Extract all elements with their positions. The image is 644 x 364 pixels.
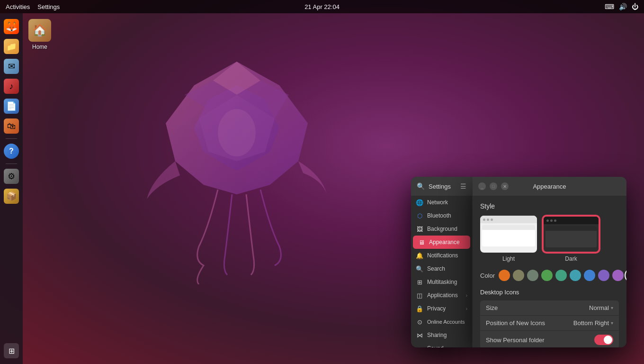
sidebar-item-sound-label: Sound: [427, 345, 444, 347]
privacy-icon: 🔒: [416, 305, 423, 312]
sound-icon: ♪: [416, 345, 423, 347]
sidebar-item-privacy[interactable]: 🔒 Privacy ›: [411, 302, 472, 315]
sidebar-search-icon[interactable]: 🔍: [417, 182, 425, 190]
settings-sidebar-header: 🔍 Settings ☰: [411, 177, 472, 196]
appearance-content: Style Light: [473, 196, 626, 347]
color-swatch-orange[interactable]: [499, 270, 510, 281]
applications-icon: ◫: [416, 291, 423, 299]
sidebar-item-notifications[interactable]: 🔔 Notifications: [411, 249, 472, 262]
appearance-icon: 🖥: [418, 238, 425, 246]
dock-bottom: ⊞: [3, 342, 20, 359]
sidebar-item-sharing-label: Sharing: [427, 332, 447, 338]
sidebar-item-applications-label: Applications: [427, 292, 458, 299]
dock-item-files[interactable]: 📁: [3, 38, 20, 55]
style-options-container: Light Dark: [480, 216, 619, 262]
personal-folder-toggle[interactable]: [594, 335, 613, 345]
sidebar-item-network-label: Network: [427, 199, 448, 206]
sidebar-item-applications[interactable]: ◫ Applications ›: [411, 289, 472, 302]
dock-item-firefox[interactable]: 🦊: [3, 18, 20, 35]
topbar-right: ⌨ 🔊 ⏻: [605, 3, 638, 10]
color-swatch-cyan[interactable]: [570, 270, 581, 281]
size-setting-row: Size Normal ▾: [480, 300, 619, 315]
jellyfish-decoration: [133, 47, 346, 284]
dock-separator-2: [6, 164, 17, 164]
activities-button[interactable]: Activities: [6, 3, 30, 10]
dark-theme-label: Dark: [565, 255, 577, 262]
topbar-datetime: 21 Apr 22:04: [304, 3, 340, 10]
personal-folder-label: Show Personal folder: [486, 337, 545, 344]
sidebar-item-bluetooth[interactable]: ⬡ Bluetooth: [411, 209, 472, 222]
settings-sidebar-panel: 🔍 Settings ☰ 🌐 Network ⬡ Bluetooth 🖼 Bac…: [411, 177, 473, 347]
sidebar-item-search[interactable]: 🔍 Search: [411, 262, 472, 275]
search-icon: 🔍: [416, 265, 423, 273]
toggle-knob: [604, 336, 612, 344]
background-icon: 🖼: [416, 225, 423, 233]
system-tray-icon1[interactable]: ⌨: [605, 3, 614, 10]
position-setting-row: Position of New Icons Bottom Right ▾: [480, 316, 619, 330]
color-swatch-olive[interactable]: [527, 270, 538, 281]
dock-item-libreoffice[interactable]: 📄: [3, 98, 20, 115]
light-theme-label: Light: [502, 255, 515, 262]
topbar-left: Activities Settings: [6, 3, 60, 10]
sidebar-menu-icon[interactable]: ☰: [460, 182, 466, 190]
bluetooth-icon: ⬡: [416, 212, 423, 219]
style-section: Style Light: [480, 202, 619, 262]
network-icon: 🌐: [416, 199, 423, 206]
settings-titlebar: _ □ ✕ Appearance: [473, 177, 626, 196]
size-value[interactable]: Normal ▾: [589, 304, 613, 311]
dock-item-rhythmbox[interactable]: ♪: [3, 78, 20, 95]
applications-arrow-icon: ›: [466, 293, 467, 298]
notifications-icon: 🔔: [416, 252, 423, 259]
dark-theme-thumbnail[interactable]: [543, 216, 599, 253]
sidebar-item-online-accounts[interactable]: ⊙ Online Accounts: [411, 315, 472, 328]
window-maximize-button[interactable]: □: [490, 182, 497, 190]
color-swatch-green[interactable]: [541, 270, 553, 281]
sidebar-item-notifications-label: Notifications: [427, 252, 458, 259]
color-swatch-blue[interactable]: [584, 270, 595, 281]
dock-show-apps[interactable]: ⊞: [3, 342, 20, 359]
color-swatch-lavender[interactable]: [612, 270, 624, 281]
sidebar-item-search-label: Search: [427, 265, 445, 272]
home-desktop-icon[interactable]: 🏠 Home: [28, 19, 51, 50]
sidebar-item-privacy-label: Privacy: [427, 305, 446, 312]
sidebar-item-multitasking[interactable]: ⊞ Multitasking: [411, 275, 472, 289]
size-label: Size: [486, 304, 498, 311]
color-swatch-sage[interactable]: [513, 270, 524, 281]
color-swatch-purple[interactable]: [598, 270, 609, 281]
sidebar-item-sound[interactable]: ♪ Sound: [411, 342, 472, 347]
dock-item-mail[interactable]: ✉: [3, 58, 20, 75]
home-icon-label: Home: [32, 44, 47, 50]
light-theme-thumbnail[interactable]: [480, 216, 537, 253]
sidebar-item-multitasking-label: Multitasking: [427, 279, 457, 285]
sidebar-item-background-label: Background: [427, 226, 457, 232]
window-controls: _ □ ✕: [478, 182, 509, 190]
sidebar-items-list: 🌐 Network ⬡ Bluetooth 🖼 Background 🖥 App…: [411, 196, 472, 347]
dock-item-appstore[interactable]: 🛍: [3, 118, 20, 135]
size-value-text: Normal: [589, 304, 609, 311]
personal-folder-setting-row: Show Personal folder: [480, 331, 619, 347]
style-option-light: Light: [480, 216, 537, 262]
color-swatches-container: [499, 270, 626, 281]
dock-item-settings[interactable]: ⚙: [3, 168, 20, 185]
topbar: Activities Settings 21 Apr 22:04 ⌨ 🔊 ⏻: [0, 0, 644, 13]
dock-item-software[interactable]: 📦: [3, 188, 20, 205]
position-chevron-icon: ▾: [611, 320, 613, 326]
sharing-icon: ⋈: [416, 331, 423, 339]
window-minimize-button[interactable]: _: [478, 182, 486, 190]
color-section: Color: [480, 270, 619, 281]
position-value-text: Bottom Right: [573, 319, 609, 327]
color-swatch-teal[interactable]: [555, 270, 567, 281]
power-indicator-icon[interactable]: ⏻: [632, 3, 638, 10]
sidebar-item-appearance[interactable]: 🖥 Appearance: [413, 236, 470, 249]
window-close-button[interactable]: ✕: [501, 182, 509, 190]
position-value[interactable]: Bottom Right ▾: [573, 319, 613, 327]
sidebar-item-sharing[interactable]: ⋈ Sharing: [411, 328, 472, 342]
sidebar-title: Settings: [429, 183, 451, 190]
application-dock: 🦊 📁 ✉ ♪ 📄 🛍 ? ⚙: [0, 13, 23, 364]
topbar-app-name: Settings: [37, 3, 60, 10]
dock-item-help[interactable]: ?: [3, 143, 20, 160]
window-title: Appearance: [533, 183, 566, 190]
volume-icon[interactable]: 🔊: [619, 3, 627, 10]
sidebar-item-background[interactable]: 🖼 Background: [411, 222, 472, 236]
sidebar-item-network[interactable]: 🌐 Network: [411, 196, 472, 209]
